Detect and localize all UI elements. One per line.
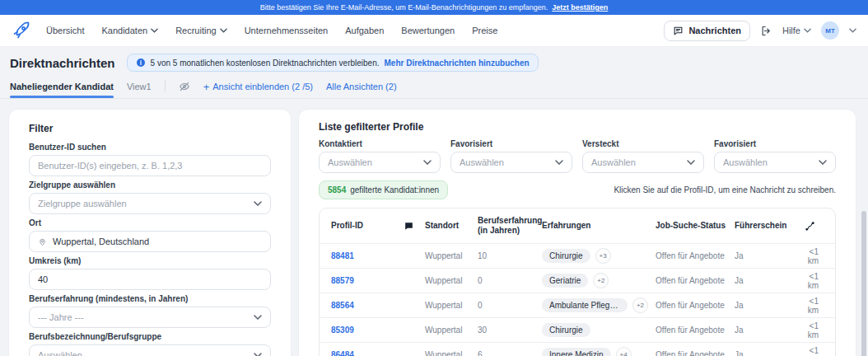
avatar[interactable]: MT: [821, 21, 839, 40]
more-tags-badge: +2: [593, 273, 609, 288]
cell-years: 0: [478, 276, 542, 285]
col-profil-id: Profil-ID: [331, 221, 404, 231]
messages-button[interactable]: Nachrichten: [664, 21, 750, 41]
cell-location: Wuppertal: [425, 301, 478, 310]
col-job-suche-status: Job-Suche-Status: [656, 221, 735, 231]
nav-item-preise[interactable]: Preise: [472, 26, 497, 35]
cell-tags: Innere Medizin +4: [542, 347, 656, 356]
table-header: Profil-ID Standort Berufserfahrung (in J…: [320, 208, 835, 243]
chat-bubble-icon: [673, 26, 684, 36]
cell-years: 30: [478, 326, 542, 335]
favorisiert-select-1[interactable]: Auswählen: [450, 152, 572, 173]
col-erfahrungen: Erfahrungen: [542, 221, 656, 231]
plus-icon: +: [203, 82, 210, 91]
col-standort: Standort: [425, 221, 478, 231]
page-header: Direktnachrichten 5 von 5 monatlichen ko…: [0, 47, 868, 72]
chevron-down-icon: [819, 160, 827, 165]
field-target-group: Zielgruppe auswählen Zielgruppe auswähle…: [29, 180, 271, 214]
tab-naheliegender-kandidat[interactable]: Naheliegender Kandidat: [10, 82, 114, 98]
profile-id-link[interactable]: 86484: [331, 350, 404, 356]
cell-distance: <1 km: [804, 272, 833, 290]
cell-license: Ja: [735, 301, 804, 310]
versteckt-select[interactable]: Auswählen: [582, 152, 704, 173]
occupation-select[interactable]: Auswählen: [29, 344, 271, 356]
location-input[interactable]: Wuppertal, Deutschland: [29, 231, 271, 252]
field-radius: Umkreis (km): [29, 256, 271, 290]
tab-divider: [165, 80, 166, 91]
radius-input[interactable]: [29, 269, 271, 290]
route-distance-icon: [804, 221, 833, 232]
cell-years: 6: [478, 350, 542, 356]
user-id-input[interactable]: [29, 155, 271, 176]
eye-off-icon[interactable]: [179, 81, 190, 98]
cell-distance: <1 km: [804, 321, 833, 340]
cell-years: 10: [478, 251, 542, 260]
quota-text: 5 von 5 monatlichen kostenlosen Direktna…: [151, 59, 380, 68]
nav-item-unternehmensseiten[interactable]: Unternehmensseiten: [245, 26, 329, 35]
nav-item-aufgaben[interactable]: Aufgaben: [345, 26, 384, 35]
cell-tags: Geriatrie +2: [542, 273, 656, 288]
more-tags-badge: +4: [616, 347, 632, 356]
nav-menu: Übersicht Kandidaten Recruiting Unterneh…: [46, 26, 497, 35]
col-fuehrerschein: Führerschein: [735, 221, 804, 231]
help-menu[interactable]: Hilfe: [782, 26, 811, 35]
occupation-label: Berufsbezeichnung/Berufsgruppe: [29, 332, 271, 342]
profile-id-link[interactable]: 88579: [331, 276, 404, 285]
confirm-email-link[interactable]: Jetzt bestätigen: [552, 3, 608, 12]
cell-license: Ja: [735, 350, 804, 356]
vertical-scrollbar[interactable]: [861, 211, 866, 356]
top-navbar: Übersicht Kandidaten Recruiting Unterneh…: [0, 15, 868, 47]
logout-icon[interactable]: [760, 25, 772, 37]
page-title: Direktnachrichten: [10, 56, 115, 70]
favorisiert-select-2[interactable]: Auswählen: [714, 152, 836, 173]
nav-item-bewertungen[interactable]: Bewertungen: [401, 26, 455, 35]
chevron-down-icon[interactable]: [849, 28, 856, 33]
field-user-id: Benutzer-ID suchen: [29, 143, 271, 176]
cell-distance: <1 km: [804, 297, 833, 315]
table-row[interactable]: 85309 Wuppertal 30 Chirurgie Offen für A…: [320, 317, 835, 342]
location-label: Ort: [29, 218, 271, 228]
banner-message: Bitte bestätigen Sie Ihre E-Mail-Adresse…: [260, 3, 548, 12]
profiles-title: Liste gefilterter Profile: [319, 121, 836, 133]
rocket-logo-icon[interactable]: [12, 21, 31, 40]
main-content: Filter Benutzer-ID suchen Zielgruppe aus…: [0, 99, 868, 356]
nav-item-uebersicht[interactable]: Übersicht: [46, 26, 84, 35]
results-row: 5854 gefilterte Kandidat:innen Klicken S…: [319, 180, 836, 199]
experience-select[interactable]: --- Jahre ---: [29, 307, 271, 328]
target-group-select[interactable]: Zielgruppe auswählen: [29, 193, 271, 214]
experience-tag: Chirurgie: [542, 249, 590, 263]
target-group-label: Zielgruppe auswählen: [29, 180, 271, 190]
chevron-down-icon: [254, 353, 262, 356]
profile-id-link[interactable]: 85309: [331, 326, 404, 335]
tab-view1[interactable]: View1: [127, 82, 152, 98]
nav-item-kandidaten[interactable]: Kandidaten: [101, 26, 158, 35]
results-count-badge: 5854 gefilterte Kandidat:innen: [319, 180, 448, 199]
filter-versteckt: Versteckt Auswählen: [582, 139, 704, 173]
chevron-down-icon: [687, 160, 695, 165]
cell-status: Offen für Angebote: [656, 301, 735, 310]
cell-tags: Chirurgie +3: [542, 248, 656, 264]
table-row[interactable]: 88579 Wuppertal 0 Geriatrie +2 Offen für…: [320, 268, 835, 293]
views-tabbar: Naheliegender Kandidat View1 + Ansicht e…: [0, 72, 868, 99]
radius-label: Umkreis (km): [29, 256, 271, 266]
cell-location: Wuppertal: [425, 276, 478, 285]
profiles-panel: Liste gefilterter Profile Kontaktiert Au…: [298, 109, 856, 356]
filter-favorisiert-2: Favorisiert Auswählen: [714, 139, 836, 173]
table-row[interactable]: 88564 Wuppertal 0 Ambulante Pflege... +2…: [320, 293, 835, 317]
buy-more-messages-link[interactable]: Mehr Direktnachrichten hinzubuchen: [385, 59, 530, 68]
cell-tags: Chirurgie: [542, 323, 656, 337]
info-icon: [136, 58, 146, 68]
field-experience: Berufserfahrung (mindestens, in Jahren) …: [29, 294, 271, 328]
cell-license: Ja: [735, 326, 804, 335]
all-views-button[interactable]: Alle Ansichten (2): [326, 82, 397, 98]
table-row[interactable]: 88481 Wuppertal 10 Chirurgie +3 Offen fü…: [320, 243, 835, 268]
profiles-table: Profil-ID Standort Berufserfahrung (in J…: [319, 208, 836, 356]
nav-item-recruiting[interactable]: Recruiting: [175, 26, 227, 35]
kontaktiert-select[interactable]: Auswählen: [319, 152, 441, 173]
profile-id-link[interactable]: 88564: [331, 301, 404, 310]
more-tags-badge: +3: [595, 248, 611, 264]
filter-title: Filter: [29, 123, 271, 134]
table-row[interactable]: 86484 Wuppertal 6 Innere Medizin +4 Offe…: [320, 342, 835, 356]
add-view-button[interactable]: + Ansicht einblenden (2 /5): [203, 82, 313, 98]
profile-id-link[interactable]: 88481: [331, 251, 404, 260]
